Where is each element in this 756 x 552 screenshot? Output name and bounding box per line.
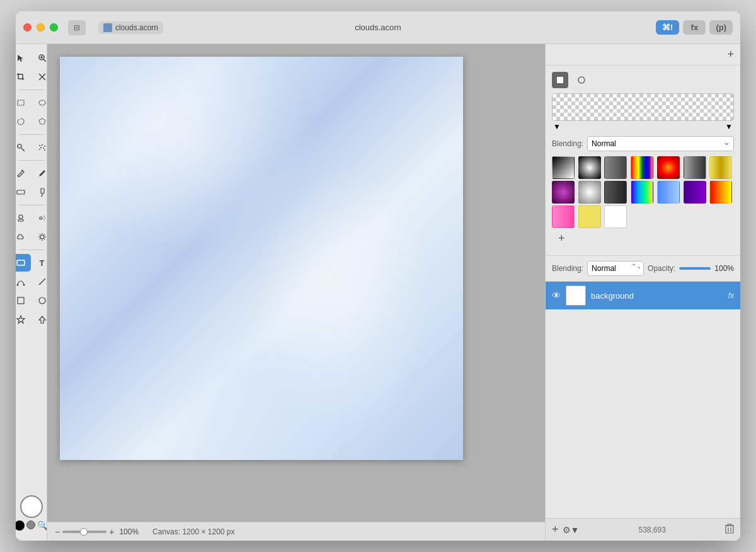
tool-eraser[interactable]: [16, 183, 31, 201]
tool-circle-shape[interactable]: [32, 292, 48, 309]
gradient-swatch[interactable]: [552, 205, 575, 228]
tool-pen[interactable]: [32, 164, 48, 182]
fill-gradient-button[interactable]: [573, 72, 590, 88]
tool-text[interactable]: T: [32, 254, 48, 272]
gradient-swatch[interactable]: [604, 205, 627, 228]
tool-lasso[interactable]: [16, 113, 31, 130]
gradient-swatch[interactable]: [578, 181, 601, 204]
svg-rect-27: [18, 219, 23, 221]
maximize-button[interactable]: [50, 23, 58, 32]
add-layer-button[interactable]: +: [552, 523, 559, 536]
tool-row-3: [16, 94, 47, 112]
add-gradient-button[interactable]: +: [558, 231, 565, 246]
opacity-value: 100%: [714, 264, 734, 273]
tool-stamp[interactable]: [16, 209, 31, 227]
foreground-color[interactable]: [16, 520, 25, 531]
minimize-button[interactable]: [37, 23, 45, 32]
close-button[interactable]: [23, 23, 32, 32]
fill-section: ▼ ▼ Blending: Normal Multiply Screen Ove…: [546, 66, 740, 256]
gradient-stops: ▼ ▼: [552, 122, 734, 131]
sidebar-toggle[interactable]: ⊟: [68, 20, 86, 35]
gradient-swatch[interactable]: [657, 181, 680, 204]
gradient-swatch[interactable]: [709, 156, 732, 179]
tool-zoom[interactable]: [32, 49, 48, 67]
tool-transform[interactable]: [32, 68, 48, 86]
svg-point-8: [39, 100, 45, 105]
gradient-preview[interactable]: [552, 93, 734, 121]
color-area: 🔍: [16, 490, 47, 536]
right-panel: + ▼ ▼: [545, 44, 740, 541]
tool-row-2: [16, 68, 47, 86]
gradient-swatch[interactable]: [578, 205, 601, 228]
opacity-slider[interactable]: [679, 267, 711, 270]
fill-solid-button[interactable]: [552, 72, 568, 88]
zoom-out-button[interactable]: −: [55, 527, 60, 537]
svg-point-50: [578, 77, 585, 83]
layer-fx-button[interactable]: fx: [728, 291, 734, 300]
layer-visibility-toggle[interactable]: 👁: [552, 290, 561, 301]
blending-select[interactable]: Normal Multiply Screen Overlay: [587, 136, 734, 151]
file-tab[interactable]: clouds.acorn: [98, 21, 163, 34]
background-color[interactable]: [26, 520, 35, 529]
svg-point-28: [40, 217, 42, 219]
layer-blending-select[interactable]: Normal Multiply Screen: [587, 261, 644, 276]
zoom-in-button[interactable]: +: [109, 527, 114, 537]
tool-spray-sel[interactable]: [32, 139, 48, 156]
tool-ellipse-sel[interactable]: [32, 94, 48, 112]
tool-shape-rect[interactable]: [16, 254, 31, 272]
brush-preview[interactable]: [20, 495, 43, 518]
gradient-swatch[interactable]: [684, 181, 706, 204]
tool-spray-paint[interactable]: [32, 209, 48, 227]
gradient-swatch[interactable]: [578, 156, 601, 179]
svg-point-17: [42, 144, 43, 146]
zoom-value: 100%: [119, 527, 139, 536]
tool-star[interactable]: [16, 311, 31, 328]
tool-bezier[interactable]: [16, 273, 31, 290]
panel-add-button[interactable]: +: [727, 48, 734, 61]
layer-name: background: [591, 291, 723, 301]
tool-paint[interactable]: [32, 183, 48, 201]
svg-point-16: [39, 145, 40, 146]
gradient-swatch[interactable]: [684, 156, 706, 179]
status-bar: − + 100% Canvas: 1200 × 1200 px: [47, 522, 545, 541]
opacity-label: Opacity:: [648, 264, 675, 273]
gradient-swatch[interactable]: [709, 181, 732, 204]
gradient-swatch[interactable]: [604, 181, 627, 204]
tool-rect-sel[interactable]: [16, 94, 31, 112]
tool-button[interactable]: ⌘!: [656, 20, 679, 35]
tool-poly-lasso[interactable]: [32, 113, 48, 130]
gradient-swatch[interactable]: [631, 156, 653, 179]
tool-arrow[interactable]: [16, 49, 31, 67]
p-label: (p): [716, 23, 726, 32]
tool-arrow-up[interactable]: [32, 311, 48, 328]
gradient-swatch[interactable]: [552, 181, 575, 204]
fx-button[interactable]: fx: [683, 20, 706, 35]
svg-line-23: [23, 170, 23, 171]
tool-sun[interactable]: [32, 228, 48, 246]
canvas-scroll[interactable]: [47, 44, 545, 522]
layer-blending-row: Blending: Normal Multiply Screen Opacity…: [546, 256, 740, 282]
layer-item[interactable]: 👁 background fx: [546, 282, 740, 309]
delete-layer-button[interactable]: [725, 524, 734, 536]
p-button[interactable]: (p): [709, 20, 733, 35]
zoom-slider-thumb: [80, 528, 88, 536]
svg-point-19: [40, 147, 42, 148]
zoom-slider[interactable]: [62, 531, 106, 533]
gradient-swatch[interactable]: [657, 156, 680, 179]
canvas-info: Canvas: 1200 × 1200 px: [152, 527, 234, 536]
tool-eyedropper[interactable]: [16, 164, 31, 182]
tool-crop[interactable]: [16, 68, 31, 86]
tool-rect-shape2[interactable]: [16, 292, 31, 309]
right-stop[interactable]: ▼: [725, 122, 733, 131]
zoom-tool-icon[interactable]: 🔍: [37, 520, 47, 531]
svg-point-43: [23, 284, 25, 286]
layer-options-button[interactable]: ⚙▼: [563, 525, 580, 535]
gradient-swatch[interactable]: [631, 181, 653, 204]
tool-magic-wand[interactable]: [16, 139, 31, 156]
tool-line[interactable]: [32, 273, 48, 290]
left-stop[interactable]: ▼: [553, 122, 561, 131]
tool-cloud[interactable]: [16, 228, 31, 246]
blending-row: Blending: Normal Multiply Screen Overlay: [552, 136, 734, 151]
gradient-swatch[interactable]: [604, 156, 627, 179]
gradient-swatch[interactable]: [552, 156, 575, 179]
